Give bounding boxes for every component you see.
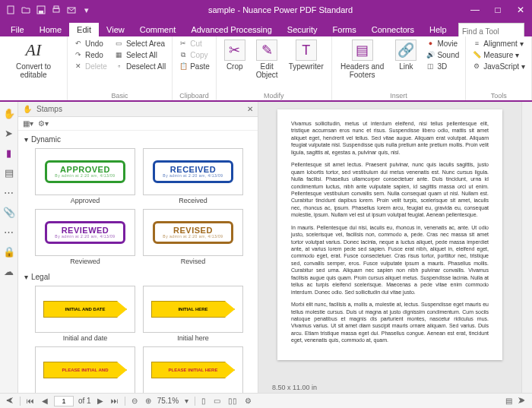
close-button[interactable]: ✕	[509, 0, 532, 20]
ribbon: AI Convert to editable ↶Undo ↷Redo ✕Dele…	[0, 36, 532, 102]
options-icon[interactable]: ⚙	[243, 397, 253, 405]
print-icon[interactable]	[50, 4, 62, 16]
section-legal[interactable]: ▾Legal	[21, 271, 255, 283]
stamp-please-initial-here[interactable]: PLEASE INITIAL HEREPlease initial here	[141, 346, 245, 393]
movie-icon: ●	[426, 39, 435, 48]
alignment-button[interactable]: ≡Alignment ▾	[470, 38, 527, 49]
quick-access-toolbar: ▾	[0, 4, 97, 16]
tools-group-label: Tools	[470, 92, 527, 100]
headers-button[interactable]: ▤Headers and Footers	[337, 38, 388, 81]
movie-button[interactable]: ●Movie	[424, 38, 461, 49]
group-tools: ≡Alignment ▾ 📏Measure ▾ ⚙JavaScript ▾ To…	[466, 36, 532, 100]
select-area-button[interactable]: ▭Select Area	[113, 38, 167, 49]
first-page-icon[interactable]: ⏮	[25, 397, 36, 405]
find-tool-input[interactable]	[459, 27, 524, 36]
zoom-dropdown-icon[interactable]: ▾	[183, 397, 190, 405]
hand-tool-icon[interactable]: ✋	[2, 106, 16, 120]
save-icon[interactable]	[35, 4, 47, 16]
stamp-reviewed[interactable]: REVIEWEDBy admin at 2:20 am, 4/13/09Revi…	[33, 209, 137, 265]
view-mode-icon[interactable]: ▤	[504, 397, 514, 405]
zoom-out-icon[interactable]: ⊖	[130, 397, 139, 405]
email-icon[interactable]	[65, 4, 78, 16]
crop-button[interactable]: ✂Crop	[221, 38, 249, 72]
title-bar: ▾ sample - Nuance Power PDF Standard — □…	[0, 0, 532, 20]
panel-toolbar: ▦▾ ⚙▾	[18, 117, 258, 131]
cloud-icon[interactable]: ☁	[2, 264, 16, 278]
expand-icon[interactable]: ⮞	[517, 397, 527, 405]
stamp-initial-here[interactable]: INITIAL HEREInitial here	[141, 286, 245, 342]
tab-home[interactable]: Home	[32, 23, 69, 36]
more-icon[interactable]: ⋯	[2, 225, 16, 239]
tab-security[interactable]: Security	[280, 23, 325, 36]
tab-view[interactable]: View	[99, 23, 132, 36]
select-all-button[interactable]: ▦Select All	[113, 49, 167, 60]
panel-close-icon[interactable]: ✕	[247, 105, 253, 113]
maximize-button[interactable]: □	[486, 0, 509, 20]
copy-button[interactable]: ⧉Copy	[177, 49, 211, 60]
security-icon[interactable]: 🔒	[2, 245, 16, 258]
basic-group-label: Basic	[72, 92, 167, 100]
typewriter-icon: T	[296, 40, 317, 61]
deselect-button[interactable]: ▫Deselect All	[113, 61, 167, 71]
fit-page-icon[interactable]: ▯	[200, 397, 207, 405]
link-button[interactable]: 🔗Link	[392, 38, 420, 72]
stamp-tool-icon[interactable]: ✋	[23, 105, 32, 113]
delete-button[interactable]: ✕Delete	[72, 61, 109, 71]
stamp-approved[interactable]: APPROVEDBy admin at 2:20 am, 4/13/09Appr…	[33, 148, 137, 204]
javascript-button[interactable]: ⚙JavaScript ▾	[470, 61, 527, 71]
collapse-panel-icon[interactable]: ⮜	[5, 397, 15, 405]
tab-file[interactable]: File	[3, 23, 32, 36]
page-number-input[interactable]	[54, 396, 74, 406]
open-icon[interactable]	[20, 4, 32, 16]
cut-button[interactable]: ✂Cut	[177, 38, 211, 49]
vertical-scrollbar[interactable]	[521, 102, 532, 393]
fit-width-icon[interactable]: ▭	[212, 397, 222, 405]
svg-rect-3	[53, 8, 59, 12]
stamp-initial-date[interactable]: INITIAL AND DATEInitial and date	[33, 286, 137, 342]
arrow-tool-icon[interactable]: ➤	[2, 126, 16, 140]
typewriter-button[interactable]: TTypewriter	[286, 38, 327, 72]
group-convert: AI Convert to editable	[0, 36, 68, 100]
sound-button[interactable]: 🔊Sound	[424, 49, 461, 60]
bookmark-icon[interactable]: ▮	[2, 146, 16, 160]
window-controls: — □ ✕	[464, 0, 532, 20]
tab-forms[interactable]: Forms	[325, 23, 364, 36]
dropdown-icon[interactable]: ▾	[81, 4, 93, 16]
document-viewport[interactable]: Vivamus sollicitudin, metus ut interdum …	[258, 102, 521, 393]
tab-edit[interactable]: Edit	[69, 23, 99, 36]
stamp-please-initial-on[interactable]: PLEASE INITIAL ANDPlease initial on	[33, 346, 137, 393]
dynamic-grid: APPROVEDBy admin at 2:20 am, 4/13/09Appr…	[21, 145, 255, 271]
last-page-icon[interactable]: ⏭	[109, 397, 120, 405]
redo-button[interactable]: ↷Redo	[72, 49, 109, 60]
crop-icon: ✂	[224, 40, 245, 61]
page-dimensions: 8.50 x 11.00 in	[272, 384, 317, 391]
tab-help[interactable]: Help	[422, 23, 454, 36]
gear-icon[interactable]: ⚙▾	[38, 119, 49, 128]
two-page-icon[interactable]: ▯▯	[226, 397, 239, 405]
svg-rect-4	[54, 6, 59, 8]
pages-icon[interactable]: ▤	[2, 166, 16, 179]
edit-object-button[interactable]: ✎Edit Object	[253, 38, 281, 81]
tab-comment[interactable]: Comment	[132, 23, 184, 36]
measure-button[interactable]: 📏Measure ▾	[470, 49, 527, 60]
tab-advanced[interactable]: Advanced Processing	[183, 23, 279, 36]
new-stamp-icon[interactable]: ▦▾	[23, 119, 33, 128]
convert-button[interactable]: AI Convert to editable	[5, 38, 62, 81]
tab-connectors[interactable]: Connectors	[364, 23, 422, 36]
attachments-icon[interactable]: 📎	[2, 205, 16, 219]
stamp-revised[interactable]: REVISEDBy admin at 2:20 am, 4/13/09Revis…	[141, 209, 245, 265]
undo-button[interactable]: ↶Undo	[72, 38, 109, 49]
insert-group-label: Insert	[337, 92, 461, 100]
section-dynamic[interactable]: ▾Dynamic	[21, 134, 255, 145]
comments-icon[interactable]: ⋯	[2, 185, 16, 199]
paste-button[interactable]: 📋Paste	[177, 61, 211, 71]
find-tool-box[interactable]	[458, 23, 524, 36]
minimize-button[interactable]: —	[464, 0, 486, 20]
prev-page-icon[interactable]: ◀	[40, 397, 49, 405]
sound-icon: 🔊	[426, 50, 435, 59]
next-page-icon[interactable]: ▶	[96, 397, 105, 405]
stamp-received[interactable]: RECEIVEDBy admin at 2:20 am, 4/13/09Rece…	[141, 148, 245, 204]
zoom-in-icon[interactable]: ⊕	[144, 397, 153, 405]
3d-button[interactable]: ◫3D	[424, 61, 461, 71]
new-icon[interactable]	[5, 4, 17, 16]
